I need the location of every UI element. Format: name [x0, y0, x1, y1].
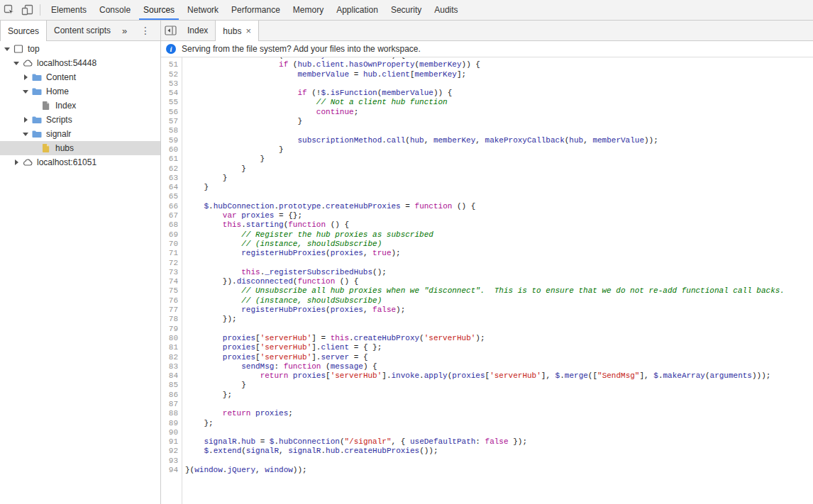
line-number[interactable]: 79 — [161, 325, 182, 334]
close-tab-icon[interactable]: × — [245, 26, 251, 35]
code-text[interactable]: continue; — [185, 108, 358, 117]
code-text[interactable]: memberValue = hub.client[memberKey]; — [185, 70, 466, 79]
line-number[interactable]: 89 — [161, 419, 182, 428]
code-line[interactable]: 84 return proxies['serverHub'].invoke.ap… — [161, 371, 813, 381]
line-number[interactable]: 51 — [161, 60, 182, 69]
code-text[interactable]: proxies['serverHub'] = this.createHubPro… — [185, 334, 490, 343]
code-line[interactable]: 92 $.extend(signalR, signalR.hub.createH… — [161, 447, 813, 456]
code-line[interactable]: 79 — [161, 325, 813, 334]
code-line[interactable]: 63 } — [161, 174, 813, 183]
panel-tab-performance[interactable]: Performance — [225, 0, 287, 20]
code-line[interactable]: 91 signalR.hub = $.hubConnection("/signa… — [161, 437, 813, 447]
panel-tab-console[interactable]: Console — [93, 0, 137, 20]
tree-item-index[interactable]: Index — [0, 99, 160, 113]
tree-item-hubs[interactable]: hubs — [0, 141, 160, 155]
code-line[interactable]: 55 // Not a client hub function — [161, 98, 813, 107]
code-line[interactable]: 52 memberValue = hub.client[memberKey]; — [161, 70, 813, 79]
code-text[interactable]: sendMsg: function (message) { — [185, 362, 377, 371]
code-text[interactable]: if (hub.client.hasOwnProperty(memberKey)… — [185, 60, 480, 69]
line-number[interactable]: 56 — [161, 108, 182, 117]
line-number[interactable]: 67 — [161, 211, 182, 220]
code-line[interactable]: 68 this.starting(function () { — [161, 220, 813, 230]
code-line[interactable]: 78 }); — [161, 315, 813, 324]
navigator-tab-content-scripts[interactable]: Content scripts — [47, 21, 118, 40]
code-text[interactable]: // (instance, shouldSubscribe) — [185, 296, 382, 306]
line-number[interactable]: 72 — [161, 259, 182, 268]
tree-collapsed-arrow-icon[interactable] — [12, 158, 21, 167]
line-number[interactable]: 82 — [161, 353, 182, 362]
line-number[interactable]: 61 — [161, 155, 182, 164]
code-text[interactable]: } — [185, 164, 246, 174]
code-text[interactable]: }).disconnected(function () { — [185, 277, 358, 286]
line-number[interactable]: 80 — [161, 334, 182, 343]
panel-tab-audits[interactable]: Audits — [428, 0, 464, 20]
line-number[interactable]: 76 — [161, 296, 182, 306]
more-tabs-chevron-icon[interactable]: » — [118, 21, 131, 40]
tree-expanded-arrow-icon[interactable] — [12, 59, 21, 67]
code-line[interactable]: 86 }; — [161, 391, 813, 400]
tree-item-localhost-61051[interactable]: localhost:61051 — [0, 155, 160, 169]
code-text[interactable]: // Unsubscribe all hub proxies when we "… — [185, 286, 785, 296]
navigator-tab-sources[interactable]: Sources — [0, 21, 47, 41]
code-text[interactable]: // Not a client hub function — [185, 98, 448, 107]
code-line[interactable]: 57 } — [161, 117, 813, 126]
line-number[interactable]: 69 — [161, 230, 182, 240]
code-line[interactable]: 76 // (instance, shouldSubscribe) — [161, 296, 813, 306]
code-line[interactable]: 75 // Unsubscribe all hub proxies when w… — [161, 286, 813, 296]
code-text[interactable]: }; — [185, 419, 214, 428]
line-number[interactable]: 85 — [161, 381, 182, 390]
code-text[interactable]: $.extend(signalR, signalR.hub.createHubP… — [185, 447, 438, 456]
tree-collapsed-arrow-icon[interactable] — [21, 73, 30, 82]
code-line[interactable]: 61 } — [161, 155, 813, 164]
code-text[interactable]: this._registerSubscribedHubs(); — [185, 268, 387, 277]
code-text[interactable]: var proxies = {}; — [185, 211, 302, 220]
code-line[interactable]: 53 — [161, 79, 813, 89]
code-text[interactable] — [185, 428, 190, 437]
code-line[interactable]: 51 if (hub.client.hasOwnProperty(memberK… — [161, 60, 813, 69]
tree-expanded-arrow-icon[interactable] — [3, 45, 11, 53]
line-number[interactable]: 66 — [161, 202, 182, 211]
code-line[interactable]: 62 } — [161, 164, 813, 174]
line-number[interactable]: 93 — [161, 457, 182, 466]
code-text[interactable]: } — [185, 381, 246, 390]
line-number[interactable]: 62 — [161, 164, 182, 174]
code-line[interactable]: 66 $.hubConnection.prototype.createHubPr… — [161, 202, 813, 211]
tree-expanded-arrow-icon[interactable] — [21, 87, 30, 96]
code-text[interactable]: } — [185, 145, 284, 155]
line-number[interactable]: 64 — [161, 183, 182, 192]
navigator-menu-icon[interactable]: ⋮ — [140, 21, 150, 40]
source-code-view[interactable]: 50 for (memberKey in hub.client) {51 if … — [161, 57, 813, 504]
code-line[interactable]: 80 proxies['serverHub'] = this.createHub… — [161, 334, 813, 343]
line-number[interactable]: 52 — [161, 70, 182, 79]
panel-tab-application[interactable]: Application — [330, 0, 385, 20]
code-text[interactable]: proxies['serverHub'].client = { }; — [185, 343, 382, 352]
line-number[interactable]: 88 — [161, 409, 182, 418]
line-number[interactable]: 92 — [161, 447, 182, 456]
line-number[interactable]: 58 — [161, 126, 182, 135]
code-text[interactable]: } — [185, 174, 227, 183]
panel-tab-network[interactable]: Network — [181, 0, 225, 20]
code-line[interactable]: 70 // (instance, shouldSubscribe) — [161, 240, 813, 249]
line-number[interactable]: 86 — [161, 391, 182, 400]
line-number[interactable]: 60 — [161, 145, 182, 155]
code-text[interactable]: } — [185, 117, 302, 126]
code-text[interactable]: proxies['serverHub'].server = { — [185, 353, 367, 362]
tree-item-top[interactable]: top — [0, 42, 160, 56]
tree-collapsed-arrow-icon[interactable] — [21, 116, 30, 124]
code-line[interactable]: 71 registerHubProxies(proxies, true); — [161, 249, 813, 258]
line-number[interactable]: 57 — [161, 117, 182, 126]
code-line[interactable]: 73 this._registerSubscribedHubs(); — [161, 268, 813, 277]
code-line[interactable]: 87 — [161, 400, 813, 409]
line-number[interactable]: 91 — [161, 437, 182, 447]
line-number[interactable]: 74 — [161, 277, 182, 286]
code-text[interactable] — [185, 259, 190, 268]
code-text[interactable]: subscriptionMethod.call(hub, memberKey, … — [185, 136, 658, 145]
code-line[interactable]: 83 sendMsg: function (message) { — [161, 362, 813, 371]
code-line[interactable]: 85 } — [161, 381, 813, 390]
line-number[interactable]: 59 — [161, 136, 182, 145]
tree-expanded-arrow-icon[interactable] — [21, 130, 30, 138]
tree-item-content[interactable]: Content — [0, 70, 160, 84]
code-text[interactable]: registerHubProxies(proxies, false); — [185, 306, 405, 315]
code-text[interactable]: return proxies['serverHub'].invoke.apply… — [185, 371, 770, 381]
code-text[interactable] — [185, 126, 190, 135]
